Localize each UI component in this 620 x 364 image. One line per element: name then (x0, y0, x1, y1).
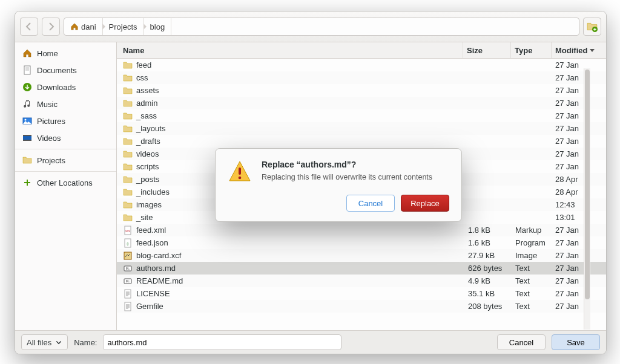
folder-icon (123, 124, 133, 134)
file-name-cell: README.md (117, 276, 464, 286)
file-modified-cell: 27 Jan (552, 302, 606, 311)
file-modified-cell: 27 Jan (552, 137, 606, 146)
sidebar-item-documents[interactable]: Documents (15, 62, 116, 79)
sidebar-item-label: Projects (37, 156, 65, 165)
file-type-cell: Image (512, 251, 552, 260)
file-type-cell: Text (512, 276, 552, 285)
file-size-cell: 4.9 kB (464, 276, 512, 285)
sidebar-item-music[interactable]: Music (15, 96, 116, 112)
dialog-message: Replacing this file will overwrite its c… (262, 173, 432, 181)
sidebar-bookmark-projects[interactable]: Projects (15, 152, 116, 169)
dialog-replace-button[interactable]: Replace (401, 195, 449, 212)
file-size-cell: 27.9 kB (464, 251, 512, 260)
document-icon (22, 65, 32, 75)
new-folder-button[interactable] (583, 18, 601, 36)
xml-icon (123, 226, 133, 235)
arrow-right-icon (46, 22, 56, 31)
file-modified-cell: 27 Jan (552, 251, 606, 260)
sidebar-item-pictures[interactable]: Pictures (15, 112, 116, 129)
sidebar-item-downloads[interactable]: Downloads (15, 79, 116, 96)
table-row[interactable]: feed.xml1.8 kBMarkup27 Jan (117, 224, 606, 236)
home-icon (70, 22, 79, 31)
file-modified-cell: 27 Jan (552, 99, 606, 108)
table-row[interactable]: Gemfile208 bytesText27 Jan (117, 300, 606, 313)
file-type-cell: Markup (512, 226, 552, 235)
file-modified-cell: 27 Jan (552, 162, 606, 171)
file-filter-combo[interactable]: All files (21, 334, 68, 350)
replace-dialog: Replace “authors.md”? Replacing this fil… (215, 148, 462, 222)
file-modified-cell: 12:43 (552, 200, 606, 209)
folder-icon (123, 99, 133, 108)
breadcrumb-segment[interactable]: blog (144, 18, 172, 35)
table-row[interactable]: LICENSE35.1 kBText27 Jan (117, 287, 606, 300)
md-icon (123, 276, 133, 286)
sidebar-item-other-locations[interactable]: Other Locations (15, 174, 116, 191)
breadcrumb-segment[interactable]: dani (64, 18, 103, 35)
sidebar-item-videos[interactable]: Videos (15, 129, 116, 146)
file-modified-cell: 27 Jan (552, 226, 606, 235)
file-name-cell: _drafts (117, 137, 464, 146)
dialog-cancel-button[interactable]: Cancel (346, 195, 395, 212)
table-row[interactable]: feed.json1.6 kBProgram27 Jan (117, 236, 606, 249)
filter-label: All files (27, 338, 51, 347)
table-row[interactable]: blog-card.xcf27.9 kBImage27 Jan (117, 249, 606, 262)
table-row[interactable]: authors.md626 bytesText27 Jan (117, 262, 606, 275)
column-header-modified[interactable]: Modified (552, 42, 606, 58)
warning-icon (228, 160, 252, 184)
filename-input[interactable] (103, 334, 341, 350)
table-row[interactable]: css27 Jan (117, 71, 606, 84)
file-name-cell: Gemfile (117, 302, 464, 311)
places-sidebar: HomeDocumentsDownloadsMusicPicturesVideo… (15, 42, 117, 330)
column-header-name[interactable]: Name (117, 42, 463, 58)
back-button[interactable] (20, 18, 38, 36)
folder-icon (22, 155, 32, 165)
breadcrumb-segment[interactable]: Projects (103, 18, 144, 35)
folder-icon (123, 137, 133, 146)
file-name-cell: admin (117, 99, 464, 108)
folder-icon (123, 111, 133, 121)
table-row[interactable]: _layouts27 Jan (117, 122, 606, 135)
file-name-cell: _layouts (117, 124, 464, 134)
scrollbar[interactable] (584, 68, 590, 330)
folder-icon (123, 213, 133, 223)
file-size-cell: 626 bytes (464, 264, 512, 273)
scrollbar-thumb[interactable] (585, 70, 590, 299)
folder-icon (123, 86, 133, 96)
sort-desc-icon (589, 47, 595, 53)
folder-icon (123, 200, 133, 210)
sidebar-item-label: Pictures (37, 117, 65, 126)
forward-button[interactable] (42, 18, 60, 36)
cancel-button[interactable]: Cancel (497, 334, 546, 350)
path-bar[interactable]: daniProjectsblog (64, 18, 579, 36)
xcf-icon (123, 251, 133, 261)
sidebar-separator (15, 149, 116, 149)
table-row[interactable]: admin27 Jan (117, 97, 606, 109)
pictures-icon (22, 116, 32, 126)
file-modified-cell: 27 Jan (552, 86, 606, 95)
save-button[interactable]: Save (552, 334, 600, 350)
column-header-size[interactable]: Size (463, 42, 511, 58)
folder-icon (123, 187, 133, 197)
file-size-cell: 208 bytes (464, 302, 512, 311)
folder-icon (123, 73, 133, 83)
table-row[interactable]: _drafts27 Jan (117, 135, 606, 148)
text-icon (123, 289, 133, 299)
toolbar: daniProjectsblog (15, 11, 606, 42)
table-row[interactable]: assets27 Jan (117, 84, 606, 97)
table-row[interactable]: feed27 Jan (117, 59, 606, 71)
file-name-cell: assets (117, 86, 464, 96)
file-modified-cell: 13:01 (552, 213, 606, 222)
sidebar-item-label: Music (37, 100, 58, 109)
file-name-cell: feed (117, 60, 464, 70)
column-header-type[interactable]: Type (511, 42, 552, 58)
folder-icon (123, 60, 133, 70)
table-row[interactable]: README.md4.9 kBText27 Jan (117, 275, 606, 287)
folder-icon (123, 175, 133, 184)
file-size-cell: 1.6 kB (464, 238, 512, 247)
file-modified-cell: 27 Jan (552, 264, 606, 273)
file-modified-cell: 28 Apr (552, 187, 606, 197)
sidebar-item-home[interactable]: Home (15, 45, 116, 62)
table-row[interactable]: _sass27 Jan (117, 109, 606, 122)
sidebar-item-label: Other Locations (37, 178, 93, 187)
file-modified-cell: 27 Jan (552, 124, 606, 133)
